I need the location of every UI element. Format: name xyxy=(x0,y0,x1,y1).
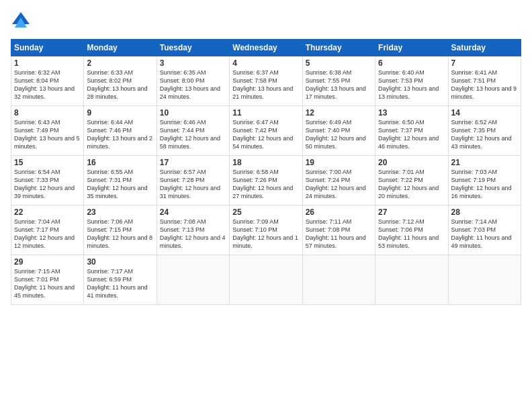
calendar-cell xyxy=(375,255,448,305)
day-info: Sunrise: 7:17 AM Sunset: 6:59 PM Dayligh… xyxy=(87,267,153,300)
calendar-cell: 4Sunrise: 6:37 AM Sunset: 7:58 PM Daylig… xyxy=(230,56,302,106)
day-number: 6 xyxy=(378,58,445,68)
day-info: Sunrise: 6:50 AM Sunset: 7:37 PM Dayligh… xyxy=(378,118,445,151)
day-number: 4 xyxy=(232,58,299,68)
calendar-cell xyxy=(302,255,375,305)
day-number: 30 xyxy=(87,257,153,267)
calendar-cell: 2Sunrise: 6:33 AM Sunset: 8:02 PM Daylig… xyxy=(84,56,157,106)
day-info: Sunrise: 6:58 AM Sunset: 7:26 PM Dayligh… xyxy=(232,168,299,201)
day-number: 10 xyxy=(160,108,226,118)
day-info: Sunrise: 7:03 AM Sunset: 7:19 PM Dayligh… xyxy=(451,168,518,201)
day-number: 25 xyxy=(232,208,299,217)
calendar-cell: 28Sunrise: 7:14 AM Sunset: 7:03 PM Dayli… xyxy=(448,205,521,255)
day-info: Sunrise: 7:12 AM Sunset: 7:06 PM Dayligh… xyxy=(378,218,445,250)
day-of-week-header: Sunday xyxy=(11,40,84,56)
calendar-cell: 10Sunrise: 6:46 AM Sunset: 7:44 PM Dayli… xyxy=(157,106,229,156)
day-info: Sunrise: 6:33 AM Sunset: 8:02 PM Dayligh… xyxy=(87,68,153,101)
day-number: 14 xyxy=(451,108,518,118)
calendar-cell: 16Sunrise: 6:55 AM Sunset: 7:31 PM Dayli… xyxy=(84,156,157,205)
day-number: 21 xyxy=(451,158,518,167)
day-number: 27 xyxy=(378,208,445,217)
calendar-cell: 30Sunrise: 7:17 AM Sunset: 6:59 PM Dayli… xyxy=(84,255,157,305)
calendar-cell: 7Sunrise: 6:41 AM Sunset: 7:51 PM Daylig… xyxy=(448,56,521,106)
day-info: Sunrise: 6:37 AM Sunset: 7:58 PM Dayligh… xyxy=(232,68,299,101)
calendar-cell: 12Sunrise: 6:49 AM Sunset: 7:40 PM Dayli… xyxy=(302,106,375,156)
day-number: 2 xyxy=(87,58,153,68)
day-of-week-header: Thursday xyxy=(302,40,375,56)
day-of-week-header: Friday xyxy=(375,40,448,56)
calendar-cell: 15Sunrise: 6:54 AM Sunset: 7:33 PM Dayli… xyxy=(11,156,84,205)
day-info: Sunrise: 6:49 AM Sunset: 7:40 PM Dayligh… xyxy=(306,118,372,151)
day-number: 3 xyxy=(160,58,226,68)
day-info: Sunrise: 7:15 AM Sunset: 7:01 PM Dayligh… xyxy=(14,267,81,300)
calendar-table: SundayMondayTuesdayWednesdayThursdayFrid… xyxy=(11,39,521,305)
day-number: 16 xyxy=(87,158,153,167)
day-number: 28 xyxy=(451,208,518,217)
calendar-cell: 25Sunrise: 7:09 AM Sunset: 7:10 PM Dayli… xyxy=(230,205,302,255)
days-header-row: SundayMondayTuesdayWednesdayThursdayFrid… xyxy=(11,40,521,56)
calendar-cell: 23Sunrise: 7:06 AM Sunset: 7:15 PM Dayli… xyxy=(84,205,157,255)
calendar-cell: 6Sunrise: 6:40 AM Sunset: 7:53 PM Daylig… xyxy=(375,56,448,106)
day-number: 11 xyxy=(232,108,299,118)
day-number: 29 xyxy=(14,257,81,267)
logo-icon xyxy=(11,11,31,31)
day-info: Sunrise: 6:43 AM Sunset: 7:49 PM Dayligh… xyxy=(14,118,81,151)
day-info: Sunrise: 6:47 AM Sunset: 7:42 PM Dayligh… xyxy=(232,118,299,151)
day-number: 23 xyxy=(87,208,153,217)
calendar-cell: 1Sunrise: 6:32 AM Sunset: 8:04 PM Daylig… xyxy=(11,56,84,106)
day-number: 12 xyxy=(306,108,372,118)
calendar-cell: 21Sunrise: 7:03 AM Sunset: 7:19 PM Dayli… xyxy=(448,156,521,205)
calendar-cell: 27Sunrise: 7:12 AM Sunset: 7:06 PM Dayli… xyxy=(375,205,448,255)
calendar-cell: 22Sunrise: 7:04 AM Sunset: 7:17 PM Dayli… xyxy=(11,205,84,255)
day-number: 9 xyxy=(87,108,153,118)
day-info: Sunrise: 6:35 AM Sunset: 8:00 PM Dayligh… xyxy=(160,68,226,101)
calendar-cell: 14Sunrise: 6:52 AM Sunset: 7:35 PM Dayli… xyxy=(448,106,521,156)
calendar-cell xyxy=(448,255,521,305)
calendar-cell: 5Sunrise: 6:38 AM Sunset: 7:55 PM Daylig… xyxy=(302,56,375,106)
calendar-cell xyxy=(157,255,229,305)
day-info: Sunrise: 6:54 AM Sunset: 7:33 PM Dayligh… xyxy=(14,168,81,201)
day-info: Sunrise: 6:40 AM Sunset: 7:53 PM Dayligh… xyxy=(378,68,445,101)
day-number: 26 xyxy=(306,208,372,217)
day-number: 22 xyxy=(14,208,81,217)
day-number: 15 xyxy=(14,158,81,167)
day-number: 1 xyxy=(14,58,81,68)
day-info: Sunrise: 6:38 AM Sunset: 7:55 PM Dayligh… xyxy=(306,68,372,101)
calendar-cell: 18Sunrise: 6:58 AM Sunset: 7:26 PM Dayli… xyxy=(230,156,302,205)
day-info: Sunrise: 6:46 AM Sunset: 7:44 PM Dayligh… xyxy=(160,118,226,151)
calendar-cell: 9Sunrise: 6:44 AM Sunset: 7:46 PM Daylig… xyxy=(84,106,157,156)
day-info: Sunrise: 6:57 AM Sunset: 7:28 PM Dayligh… xyxy=(160,168,226,201)
calendar-cell: 24Sunrise: 7:08 AM Sunset: 7:13 PM Dayli… xyxy=(157,205,229,255)
day-info: Sunrise: 6:32 AM Sunset: 8:04 PM Dayligh… xyxy=(14,68,81,101)
day-number: 20 xyxy=(378,158,445,167)
calendar-cell: 3Sunrise: 6:35 AM Sunset: 8:00 PM Daylig… xyxy=(157,56,229,106)
calendar-cell: 19Sunrise: 7:00 AM Sunset: 7:24 PM Dayli… xyxy=(302,156,375,205)
day-number: 5 xyxy=(306,58,372,68)
day-info: Sunrise: 7:01 AM Sunset: 7:22 PM Dayligh… xyxy=(378,168,445,201)
day-number: 19 xyxy=(306,158,372,167)
day-number: 24 xyxy=(160,208,226,217)
calendar-week-row: 15Sunrise: 6:54 AM Sunset: 7:33 PM Dayli… xyxy=(11,156,521,205)
day-info: Sunrise: 6:41 AM Sunset: 7:51 PM Dayligh… xyxy=(451,68,518,101)
day-number: 8 xyxy=(14,108,81,118)
calendar-cell: 26Sunrise: 7:11 AM Sunset: 7:08 PM Dayli… xyxy=(302,205,375,255)
calendar-cell: 20Sunrise: 7:01 AM Sunset: 7:22 PM Dayli… xyxy=(375,156,448,205)
day-number: 18 xyxy=(232,158,299,167)
logo xyxy=(11,11,34,31)
calendar-cell: 11Sunrise: 6:47 AM Sunset: 7:42 PM Dayli… xyxy=(230,106,302,156)
day-of-week-header: Wednesday xyxy=(230,40,302,56)
calendar-cell: 17Sunrise: 6:57 AM Sunset: 7:28 PM Dayli… xyxy=(157,156,229,205)
day-info: Sunrise: 7:09 AM Sunset: 7:10 PM Dayligh… xyxy=(232,218,299,250)
day-info: Sunrise: 6:52 AM Sunset: 7:35 PM Dayligh… xyxy=(451,118,518,151)
day-of-week-header: Tuesday xyxy=(157,40,229,56)
calendar-cell: 13Sunrise: 6:50 AM Sunset: 7:37 PM Dayli… xyxy=(375,106,448,156)
day-info: Sunrise: 7:06 AM Sunset: 7:15 PM Dayligh… xyxy=(87,218,153,250)
day-info: Sunrise: 7:00 AM Sunset: 7:24 PM Dayligh… xyxy=(306,168,372,201)
day-number: 17 xyxy=(160,158,226,167)
day-number: 7 xyxy=(451,58,518,68)
header xyxy=(11,11,521,31)
calendar-cell: 8Sunrise: 6:43 AM Sunset: 7:49 PM Daylig… xyxy=(11,106,84,156)
day-number: 13 xyxy=(378,108,445,118)
calendar-week-row: 1Sunrise: 6:32 AM Sunset: 8:04 PM Daylig… xyxy=(11,56,521,106)
day-info: Sunrise: 7:04 AM Sunset: 7:17 PM Dayligh… xyxy=(14,218,81,250)
